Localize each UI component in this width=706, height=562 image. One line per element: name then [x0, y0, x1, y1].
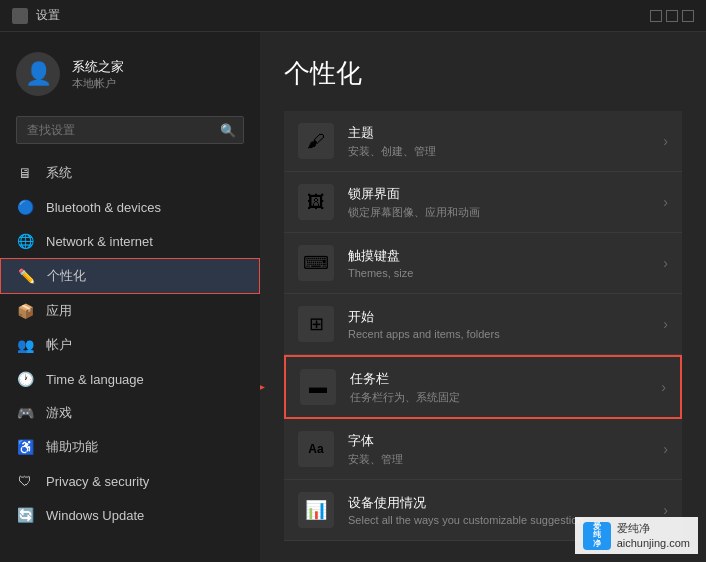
- settings-item-text: 字体 安装、管理: [348, 432, 663, 467]
- settings-item-text: 触摸键盘 Themes, size: [348, 247, 663, 279]
- theme-icon: 🖌: [298, 123, 334, 159]
- user-name: 系统之家: [72, 58, 124, 76]
- settings-item-title: 触摸键盘: [348, 247, 663, 265]
- settings-app-icon: [12, 8, 28, 24]
- sidebar-item-accounts[interactable]: 👥 帐户: [0, 328, 260, 362]
- avatar: 👤: [16, 52, 60, 96]
- sidebar-item-label: Bluetooth & devices: [46, 200, 161, 215]
- chevron-right-icon: ›: [663, 133, 668, 149]
- sidebar-item-label: 个性化: [47, 267, 86, 285]
- search-box[interactable]: 🔍: [16, 116, 244, 144]
- settings-item-title: 开始: [348, 308, 663, 326]
- settings-item-title: 设备使用情况: [348, 494, 663, 512]
- sidebar-item-bluetooth[interactable]: 🔵 Bluetooth & devices: [0, 190, 260, 224]
- sidebar-item-gaming[interactable]: 🎮 游戏: [0, 396, 260, 430]
- gaming-icon: 🎮: [16, 404, 34, 422]
- privacy-icon: 🛡: [16, 472, 34, 490]
- sidebar-item-network[interactable]: 🌐 Network & internet: [0, 224, 260, 258]
- settings-item-desc: Themes, size: [348, 267, 663, 279]
- settings-item-desc: 任务栏行为、系统固定: [350, 390, 661, 405]
- settings-item-desc: 锁定屏幕图像、应用和动画: [348, 205, 663, 220]
- start-icon: ⊞: [298, 306, 334, 342]
- sidebar-item-label: 帐户: [46, 336, 72, 354]
- maximize-button[interactable]: [666, 10, 678, 22]
- time-icon: 🕐: [16, 370, 34, 388]
- sidebar-item-privacy[interactable]: 🛡 Privacy & security: [0, 464, 260, 498]
- settings-item-desc: Recent apps and items, folders: [348, 328, 663, 340]
- user-profile[interactable]: 👤 系统之家 本地帐户: [0, 40, 260, 108]
- sidebar-item-label: Network & internet: [46, 234, 153, 249]
- update-icon: 🔄: [16, 506, 34, 524]
- chevron-right-icon: ›: [663, 255, 668, 271]
- settings-list: 🖌 主题 安装、创建、管理 › 🖼 锁屏界面 锁定屏幕图像、应用和动画 › ⌨: [284, 111, 682, 541]
- sidebar-item-update[interactable]: 🔄 Windows Update: [0, 498, 260, 532]
- window-controls[interactable]: [650, 10, 694, 22]
- user-info: 系统之家 本地帐户: [72, 58, 124, 91]
- touchkeyboard-icon: ⌨: [298, 245, 334, 281]
- apps-icon: 📦: [16, 302, 34, 320]
- bluetooth-icon: 🔵: [16, 198, 34, 216]
- title-bar: 设置: [0, 0, 706, 32]
- fonts-icon: Aa: [298, 431, 334, 467]
- lockscreen-icon: 🖼: [298, 184, 334, 220]
- chevron-right-icon: ›: [663, 441, 668, 457]
- device-usage-icon: 📊: [298, 492, 334, 528]
- chevron-right-icon: ›: [663, 502, 668, 518]
- accounts-icon: 👥: [16, 336, 34, 354]
- settings-item-touchkeyboard[interactable]: ⌨ 触摸键盘 Themes, size ›: [284, 233, 682, 294]
- sidebar-item-label: 应用: [46, 302, 72, 320]
- user-type: 本地帐户: [72, 76, 124, 91]
- settings-item-title: 字体: [348, 432, 663, 450]
- search-icon: 🔍: [220, 123, 236, 138]
- settings-item-text: 主题 安装、创建、管理: [348, 124, 663, 159]
- settings-item-theme[interactable]: 🖌 主题 安装、创建、管理 ›: [284, 111, 682, 172]
- main-content: 个性化 🖌 主题 安装、创建、管理 › 🖼 锁屏界面 锁定屏幕图像、应用和动画 …: [260, 32, 706, 562]
- watermark: 爱纯净 爱纯净 aichunjing.com: [575, 517, 698, 554]
- settings-item-desc: 安装、管理: [348, 452, 663, 467]
- settings-item-lockscreen[interactable]: 🖼 锁屏界面 锁定屏幕图像、应用和动画 ›: [284, 172, 682, 233]
- close-button[interactable]: [682, 10, 694, 22]
- settings-item-fonts[interactable]: Aa 字体 安装、管理 ›: [284, 419, 682, 480]
- watermark-logo: 爱纯净: [583, 522, 611, 550]
- settings-container: 👤 系统之家 本地帐户 🔍 🖥 系统 🔵 Bluetooth & devices…: [0, 32, 706, 562]
- sidebar-item-label: 系统: [46, 164, 72, 182]
- sidebar-item-label: Time & language: [46, 372, 144, 387]
- system-icon: 🖥: [16, 164, 34, 182]
- sidebar-item-system[interactable]: 🖥 系统: [0, 156, 260, 190]
- avatar-icon: 👤: [25, 61, 52, 87]
- search-input[interactable]: [16, 116, 244, 144]
- page-title: 个性化: [284, 56, 682, 91]
- sidebar: 👤 系统之家 本地帐户 🔍 🖥 系统 🔵 Bluetooth & devices…: [0, 32, 260, 562]
- chevron-right-icon: ›: [663, 194, 668, 210]
- sidebar-item-label: 辅助功能: [46, 438, 98, 456]
- sidebar-item-time[interactable]: 🕐 Time & language: [0, 362, 260, 396]
- settings-item-taskbar[interactable]: ▬ 任务栏 任务栏行为、系统固定 › ➤: [284, 355, 682, 419]
- taskbar-icon: ▬: [300, 369, 336, 405]
- sidebar-item-accessibility[interactable]: ♿ 辅助功能: [0, 430, 260, 464]
- sidebar-item-label: Windows Update: [46, 508, 144, 523]
- settings-item-title: 任务栏: [350, 370, 661, 388]
- sidebar-item-label: Privacy & security: [46, 474, 149, 489]
- settings-item-desc: 安装、创建、管理: [348, 144, 663, 159]
- personalization-icon: ✏️: [17, 267, 35, 285]
- chevron-right-icon: ›: [661, 379, 666, 395]
- sidebar-item-apps[interactable]: 📦 应用: [0, 294, 260, 328]
- network-icon: 🌐: [16, 232, 34, 250]
- minimize-button[interactable]: [650, 10, 662, 22]
- chevron-right-icon: ›: [663, 316, 668, 332]
- settings-item-start[interactable]: ⊞ 开始 Recent apps and items, folders ›: [284, 294, 682, 355]
- annotation-arrow: ➤: [260, 373, 266, 401]
- settings-item-text: 锁屏界面 锁定屏幕图像、应用和动画: [348, 185, 663, 220]
- title-bar-title: 设置: [36, 7, 642, 24]
- watermark-text: 爱纯净 aichunjing.com: [617, 521, 690, 550]
- settings-item-text: 任务栏 任务栏行为、系统固定: [350, 370, 661, 405]
- accessibility-icon: ♿: [16, 438, 34, 456]
- settings-item-title: 锁屏界面: [348, 185, 663, 203]
- settings-item-text: 开始 Recent apps and items, folders: [348, 308, 663, 340]
- sidebar-item-personalization[interactable]: ✏️ 个性化: [0, 258, 260, 294]
- settings-item-title: 主题: [348, 124, 663, 142]
- sidebar-item-label: 游戏: [46, 404, 72, 422]
